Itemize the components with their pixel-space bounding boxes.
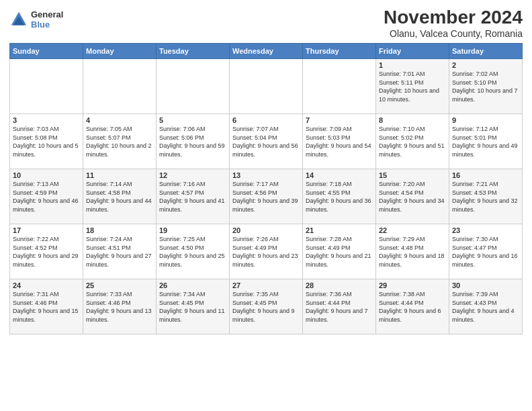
calendar-cell: 17Sunrise: 7:22 AM Sunset: 4:52 PM Dayli… <box>10 224 83 279</box>
day-number: 30 <box>452 281 519 289</box>
calendar-cell: 10Sunrise: 7:13 AM Sunset: 4:59 PM Dayli… <box>10 169 83 224</box>
day-number: 13 <box>232 171 300 179</box>
calendar-cell: 2Sunrise: 7:02 AM Sunset: 5:10 PM Daylig… <box>449 59 523 114</box>
day-number: 21 <box>306 226 373 234</box>
day-info: Sunrise: 7:36 AM Sunset: 4:44 PM Dayligh… <box>306 290 373 324</box>
day-info: Sunrise: 7:17 AM Sunset: 4:56 PM Dayligh… <box>232 180 300 214</box>
calendar-week-row: 3Sunrise: 7:03 AM Sunset: 5:08 PM Daylig… <box>10 114 523 169</box>
calendar-cell <box>230 59 303 114</box>
day-number: 2 <box>452 61 519 69</box>
header-saturday: Saturday <box>449 44 523 59</box>
day-number: 18 <box>86 226 153 234</box>
calendar-cell: 30Sunrise: 7:39 AM Sunset: 4:43 PM Dayli… <box>449 279 523 334</box>
day-number: 4 <box>86 116 153 124</box>
day-number: 9 <box>452 116 519 124</box>
calendar-cell: 21Sunrise: 7:28 AM Sunset: 4:49 PM Dayli… <box>303 224 376 279</box>
day-number: 23 <box>452 226 519 234</box>
calendar-cell <box>83 59 157 114</box>
day-number: 22 <box>379 226 446 234</box>
weekday-header-row: Sunday Monday Tuesday Wednesday Thursday… <box>10 44 523 59</box>
header-tuesday: Tuesday <box>157 44 230 59</box>
day-number: 11 <box>86 171 153 179</box>
day-info: Sunrise: 7:02 AM Sunset: 5:10 PM Dayligh… <box>452 70 519 103</box>
calendar-cell: 13Sunrise: 7:17 AM Sunset: 4:56 PM Dayli… <box>230 169 303 224</box>
calendar-cell: 7Sunrise: 7:09 AM Sunset: 5:03 PM Daylig… <box>303 114 376 169</box>
day-number: 16 <box>452 171 519 179</box>
day-info: Sunrise: 7:05 AM Sunset: 5:07 PM Dayligh… <box>86 125 153 158</box>
day-info: Sunrise: 7:24 AM Sunset: 4:51 PM Dayligh… <box>86 235 153 269</box>
calendar-cell: 9Sunrise: 7:12 AM Sunset: 5:01 PM Daylig… <box>449 114 523 169</box>
day-info: Sunrise: 7:01 AM Sunset: 5:11 PM Dayligh… <box>379 70 446 103</box>
header: General Blue November 2024 Olanu, Valcea… <box>9 7 523 39</box>
calendar-cell: 22Sunrise: 7:29 AM Sunset: 4:48 PM Dayli… <box>376 224 449 279</box>
calendar-cell: 20Sunrise: 7:26 AM Sunset: 4:49 PM Dayli… <box>230 224 303 279</box>
day-info: Sunrise: 7:10 AM Sunset: 5:02 PM Dayligh… <box>379 125 446 158</box>
day-info: Sunrise: 7:34 AM Sunset: 4:45 PM Dayligh… <box>159 290 226 324</box>
day-number: 24 <box>13 281 80 289</box>
day-info: Sunrise: 7:13 AM Sunset: 4:59 PM Dayligh… <box>13 180 80 214</box>
day-number: 3 <box>13 116 80 124</box>
day-info: Sunrise: 7:21 AM Sunset: 4:53 PM Dayligh… <box>452 180 519 214</box>
day-info: Sunrise: 7:16 AM Sunset: 4:57 PM Dayligh… <box>159 180 226 214</box>
month-title: November 2024 <box>384 7 523 28</box>
calendar-cell: 23Sunrise: 7:30 AM Sunset: 4:47 PM Dayli… <box>449 224 523 279</box>
day-number: 28 <box>306 281 373 289</box>
logo-blue: Blue <box>31 19 63 30</box>
calendar-cell: 26Sunrise: 7:34 AM Sunset: 4:45 PM Dayli… <box>157 279 230 334</box>
calendar-cell <box>157 59 230 114</box>
calendar-cell: 6Sunrise: 7:07 AM Sunset: 5:04 PM Daylig… <box>230 114 303 169</box>
calendar-cell: 1Sunrise: 7:01 AM Sunset: 5:11 PM Daylig… <box>376 59 449 114</box>
calendar-table: Sunday Monday Tuesday Wednesday Thursday… <box>9 43 523 334</box>
day-info: Sunrise: 7:26 AM Sunset: 4:49 PM Dayligh… <box>232 235 300 269</box>
calendar-cell <box>10 59 83 114</box>
calendar-cell: 5Sunrise: 7:06 AM Sunset: 5:06 PM Daylig… <box>157 114 230 169</box>
header-sunday: Sunday <box>10 44 83 59</box>
logo-icon <box>9 10 28 29</box>
day-info: Sunrise: 7:33 AM Sunset: 4:46 PM Dayligh… <box>86 290 153 324</box>
day-info: Sunrise: 7:12 AM Sunset: 5:01 PM Dayligh… <box>452 125 519 158</box>
calendar-cell: 11Sunrise: 7:14 AM Sunset: 4:58 PM Dayli… <box>83 169 157 224</box>
calendar-cell: 16Sunrise: 7:21 AM Sunset: 4:53 PM Dayli… <box>449 169 523 224</box>
header-friday: Friday <box>376 44 449 59</box>
day-number: 1 <box>379 61 446 69</box>
calendar-cell: 27Sunrise: 7:35 AM Sunset: 4:45 PM Dayli… <box>230 279 303 334</box>
calendar-week-row: 1Sunrise: 7:01 AM Sunset: 5:11 PM Daylig… <box>10 59 523 114</box>
header-monday: Monday <box>83 44 157 59</box>
day-info: Sunrise: 7:18 AM Sunset: 4:55 PM Dayligh… <box>306 180 373 214</box>
logo-text: General Blue <box>31 9 63 30</box>
header-wednesday: Wednesday <box>230 44 303 59</box>
calendar-week-row: 24Sunrise: 7:31 AM Sunset: 4:46 PM Dayli… <box>10 279 523 334</box>
day-number: 27 <box>232 281 300 289</box>
day-number: 20 <box>232 226 300 234</box>
logo-general: General <box>31 9 63 19</box>
calendar-cell: 12Sunrise: 7:16 AM Sunset: 4:57 PM Dayli… <box>157 169 230 224</box>
calendar-cell: 8Sunrise: 7:10 AM Sunset: 5:02 PM Daylig… <box>376 114 449 169</box>
day-info: Sunrise: 7:22 AM Sunset: 4:52 PM Dayligh… <box>13 235 80 269</box>
day-info: Sunrise: 7:14 AM Sunset: 4:58 PM Dayligh… <box>86 180 153 214</box>
location-title: Olanu, Valcea County, Romania <box>384 28 523 39</box>
day-info: Sunrise: 7:29 AM Sunset: 4:48 PM Dayligh… <box>379 235 446 269</box>
day-number: 10 <box>13 171 80 179</box>
day-info: Sunrise: 7:28 AM Sunset: 4:49 PM Dayligh… <box>306 235 373 269</box>
day-number: 5 <box>159 116 226 124</box>
day-info: Sunrise: 7:20 AM Sunset: 4:54 PM Dayligh… <box>379 180 446 214</box>
calendar-cell: 19Sunrise: 7:25 AM Sunset: 4:50 PM Dayli… <box>157 224 230 279</box>
day-number: 8 <box>379 116 446 124</box>
day-info: Sunrise: 7:06 AM Sunset: 5:06 PM Dayligh… <box>159 125 226 158</box>
day-number: 29 <box>379 281 446 289</box>
calendar-cell: 24Sunrise: 7:31 AM Sunset: 4:46 PM Dayli… <box>10 279 83 334</box>
day-info: Sunrise: 7:25 AM Sunset: 4:50 PM Dayligh… <box>159 235 226 269</box>
calendar-cell: 14Sunrise: 7:18 AM Sunset: 4:55 PM Dayli… <box>303 169 376 224</box>
day-info: Sunrise: 7:35 AM Sunset: 4:45 PM Dayligh… <box>232 290 300 324</box>
calendar-week-row: 10Sunrise: 7:13 AM Sunset: 4:59 PM Dayli… <box>10 169 523 224</box>
day-number: 14 <box>306 171 373 179</box>
day-info: Sunrise: 7:09 AM Sunset: 5:03 PM Dayligh… <box>306 125 373 158</box>
day-info: Sunrise: 7:30 AM Sunset: 4:47 PM Dayligh… <box>452 235 519 269</box>
logo: General Blue <box>9 9 63 30</box>
calendar-cell: 4Sunrise: 7:05 AM Sunset: 5:07 PM Daylig… <box>83 114 157 169</box>
day-info: Sunrise: 7:07 AM Sunset: 5:04 PM Dayligh… <box>232 125 300 158</box>
calendar-cell: 25Sunrise: 7:33 AM Sunset: 4:46 PM Dayli… <box>83 279 157 334</box>
title-area: November 2024 Olanu, Valcea County, Roma… <box>384 7 523 39</box>
calendar-cell: 15Sunrise: 7:20 AM Sunset: 4:54 PM Dayli… <box>376 169 449 224</box>
calendar-cell: 28Sunrise: 7:36 AM Sunset: 4:44 PM Dayli… <box>303 279 376 334</box>
